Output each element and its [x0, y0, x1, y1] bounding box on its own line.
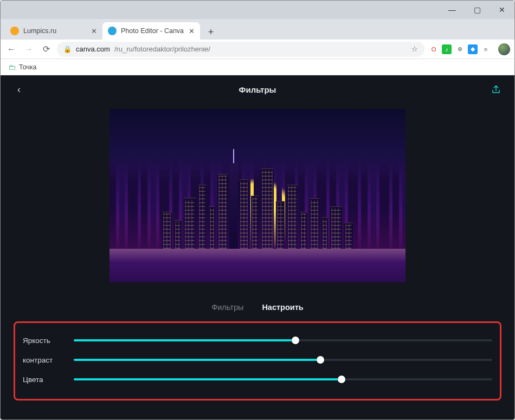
tab-strip: Lumpics.ru ✕ Photo Editor - Canva ✕ +	[1, 19, 514, 40]
browser-tab-canva[interactable]: Photo Editor - Canva ✕	[102, 22, 200, 40]
window-minimize-button[interactable]: —	[440, 1, 465, 19]
adjust-row-color: Цвета	[23, 370, 492, 389]
back-button[interactable]: ‹	[11, 82, 27, 97]
extension-icon[interactable]: ≡	[481, 44, 491, 54]
adjust-row-contrast: контраст	[23, 350, 492, 370]
bookmark-item[interactable]: Точка	[19, 63, 37, 71]
slider-label: Цвета	[23, 376, 66, 384]
tab-adjust[interactable]: Настроить	[262, 303, 303, 312]
brightness-slider[interactable]	[74, 339, 492, 341]
share-button[interactable]	[488, 82, 504, 97]
new-tab-button[interactable]: +	[203, 24, 218, 40]
share-icon	[491, 85, 501, 94]
url-host: canva.com	[76, 45, 110, 53]
app-header: ‹ Фильтры	[1, 75, 514, 104]
url-input[interactable]: 🔒 canva.com/ru_ru/fotoredaktor/prilozhen…	[57, 42, 424, 57]
slider-label: контраст	[23, 356, 66, 364]
tab-title: Lumpics.ru	[23, 27, 87, 35]
contrast-slider[interactable]	[74, 359, 492, 361]
extension-icon[interactable]: ◆	[468, 44, 478, 54]
profile-avatar[interactable]	[498, 43, 510, 55]
app-content: ‹ Фильтры	[1, 75, 514, 419]
tab-filters[interactable]: Фильтры	[211, 303, 243, 312]
extension-icons: O ♪ ⊕ ◆ ≡	[429, 44, 491, 54]
window-maximize-button[interactable]: ▢	[465, 1, 490, 19]
panel-tabs: Фильтры Настроить	[1, 298, 514, 321]
page-title: Фильтры	[239, 85, 276, 94]
url-path: /ru_ru/fotoredaktor/prilozhenie/	[114, 45, 210, 53]
slider-thumb[interactable]	[317, 356, 324, 364]
edited-image[interactable]	[110, 109, 405, 282]
image-canvas-area	[1, 104, 514, 298]
close-tab-icon[interactable]: ✕	[189, 27, 195, 35]
window-close-button[interactable]: ✕	[490, 1, 514, 19]
nav-forward-button[interactable]: →	[22, 43, 35, 56]
folder-icon: 🗀	[8, 63, 16, 72]
adjust-row-brightness: Яркость	[23, 331, 492, 350]
slider-label: Яркость	[23, 337, 66, 345]
favicon-icon	[108, 27, 117, 35]
slider-thumb[interactable]	[292, 337, 299, 344]
browser-window: — ▢ ✕ Lumpics.ru ✕ Photo Editor - Canva …	[0, 0, 515, 420]
extension-icon[interactable]: ♪	[442, 44, 452, 54]
address-bar: ← → ⟳ 🔒 canva.com/ru_ru/fotoredaktor/pri…	[1, 40, 514, 59]
tab-title: Photo Editor - Canva	[121, 27, 184, 35]
slider-thumb[interactable]	[338, 376, 345, 383]
color-slider[interactable]	[74, 378, 492, 380]
window-titlebar: — ▢ ✕	[1, 1, 514, 19]
nav-back-button[interactable]: ←	[5, 43, 18, 56]
close-tab-icon[interactable]: ✕	[91, 27, 97, 35]
adjust-panel: Яркость контраст Цвета	[14, 321, 501, 400]
lock-icon: 🔒	[63, 46, 72, 53]
bookmark-star-icon[interactable]: ☆	[411, 45, 418, 53]
extension-icon[interactable]: O	[429, 44, 439, 54]
extension-icon[interactable]: ⊕	[455, 44, 465, 54]
bookmarks-bar: 🗀 Точка	[1, 59, 514, 75]
browser-tab-lumpics[interactable]: Lumpics.ru ✕	[5, 22, 102, 40]
favicon-icon	[10, 27, 19, 35]
nav-reload-button[interactable]: ⟳	[40, 43, 53, 56]
